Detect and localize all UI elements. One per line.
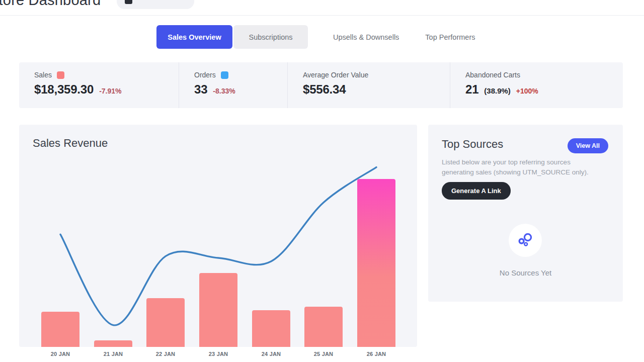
- tab-subscriptions[interactable]: Subscriptions: [233, 25, 308, 49]
- revenue-bar: [199, 273, 237, 347]
- x-axis-label: 20 JAN: [41, 351, 79, 357]
- sales-revenue-title: Sales Revenue: [33, 137, 108, 150]
- stat-value: 33: [194, 82, 207, 97]
- orders-swatch-icon: [221, 71, 228, 79]
- header-divider: [0, 15, 644, 16]
- revenue-bar: [94, 340, 132, 347]
- sales-swatch-icon: [57, 71, 64, 79]
- x-axis-label: 21 JAN: [94, 351, 132, 357]
- top-sources-card: Top Sources View All Listed below are yo…: [428, 125, 623, 302]
- store-selector-pill[interactable]: [117, 0, 194, 9]
- store-dashboard-page: Store Dashboard Sales Overview Subscript…: [0, 0, 644, 362]
- revenue-bar: [41, 312, 79, 347]
- view-all-button[interactable]: View All: [568, 138, 608, 153]
- stat-label: Orders: [194, 71, 216, 79]
- revenue-bar: [146, 298, 185, 347]
- x-axis-label: 26 JAN: [357, 351, 395, 357]
- stat-delta: -8.33%: [213, 87, 235, 95]
- x-axis-label: 23 JAN: [199, 351, 237, 357]
- dashboard-tabs: Sales Overview Subscriptions Upsells & D…: [156, 25, 488, 49]
- tab-sales-overview[interactable]: Sales Overview: [156, 25, 232, 49]
- stat-card-orders: Orders 33 -8.33%: [179, 62, 287, 108]
- stat-value: 21: [465, 82, 478, 97]
- stat-value: $556.34: [303, 82, 346, 97]
- sales-revenue-card: Sales Revenue: [19, 125, 417, 347]
- page-title: Store Dashboard: [0, 0, 101, 9]
- x-axis-label: 25 JAN: [304, 351, 343, 357]
- stat-label: Average Order Value: [303, 71, 368, 79]
- stat-card-abandoned-carts: Abandoned Carts 21 (38.9%) +100%: [450, 62, 623, 108]
- stat-label: Abandoned Carts: [465, 71, 520, 79]
- stat-card-sales: Sales $18,359.30 -7.91%: [19, 62, 179, 108]
- tab-top-performers[interactable]: Top Performers: [412, 25, 488, 49]
- stat-delta: +100%: [516, 87, 538, 95]
- stat-extra: (38.9%): [484, 86, 511, 95]
- bubbles-icon: [517, 232, 533, 248]
- stat-delta: -7.91%: [99, 87, 121, 95]
- revenue-bar: [304, 307, 343, 347]
- no-sources-text: No Sources Yet: [428, 268, 623, 277]
- chart-x-axis-labels: 20 JAN21 JAN22 JAN23 JAN24 JAN25 JAN26 J…: [19, 351, 417, 359]
- top-sources-description: Listed below are your top referring sour…: [442, 157, 599, 177]
- empty-state-circle: [509, 224, 542, 257]
- generate-link-button[interactable]: Generate A Link: [442, 182, 511, 200]
- x-axis-label: 22 JAN: [146, 351, 185, 357]
- x-axis-label: 24 JAN: [252, 351, 290, 357]
- top-sources-title: Top Sources: [442, 138, 503, 151]
- stat-label: Sales: [34, 71, 52, 79]
- revenue-bar: [357, 179, 395, 347]
- stat-card-average-order-value: Average Order Value $556.34: [287, 62, 450, 108]
- stats-bar: Sales $18,359.30 -7.91% Orders 33 -8.33%…: [19, 62, 623, 108]
- store-icon: [125, 0, 132, 4]
- tab-upsells-downsells[interactable]: Upsells & Downsells: [320, 25, 412, 49]
- stat-value: $18,359.30: [34, 82, 94, 97]
- revenue-bar: [252, 310, 290, 347]
